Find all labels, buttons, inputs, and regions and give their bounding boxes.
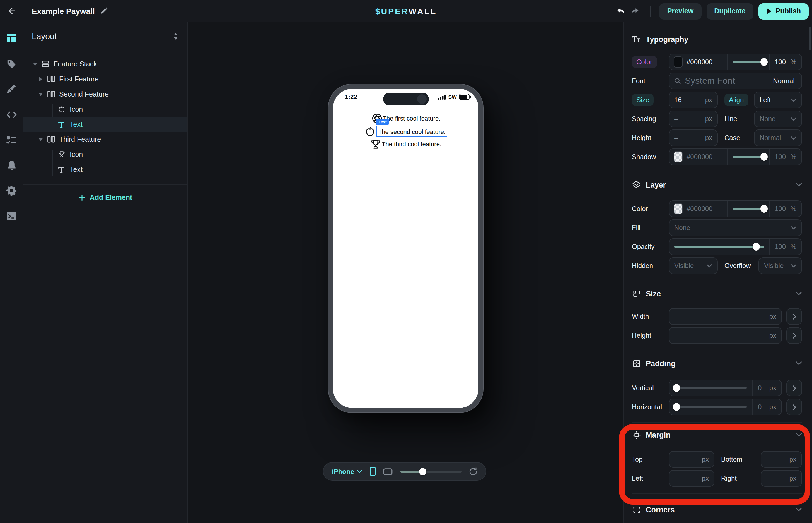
shadow-hex-value[interactable]: #000000 [686, 153, 713, 161]
overflow-select[interactable]: Visible [758, 257, 802, 274]
spacing-input[interactable]: – px [669, 110, 718, 127]
terminal-icon[interactable] [0, 203, 23, 229]
shadow-hex-field[interactable]: #000000 [669, 149, 727, 165]
device-selector[interactable]: iPhone [332, 467, 362, 475]
align-select[interactable]: Left [754, 92, 802, 108]
landscape-orientation-icon[interactable] [383, 468, 393, 475]
paywall-preview-screen[interactable]: 1:22 SW The first cool feature. [333, 89, 478, 408]
align-chip-label[interactable]: Align [724, 94, 748, 106]
tree-item-icon[interactable]: Icon [23, 102, 187, 117]
vertical-padding-value[interactable]: 0 px [752, 380, 781, 396]
height-input[interactable]: – px [669, 327, 782, 344]
margin-bottom-input[interactable]: – px [761, 451, 802, 468]
shadow-opacity-value[interactable]: 100 % [769, 149, 801, 165]
layout-icon[interactable] [0, 26, 23, 51]
margin-right-input[interactable]: – px [761, 470, 802, 487]
margin-left-input[interactable]: – px [669, 470, 714, 487]
inspector-scrollbar[interactable] [809, 27, 811, 50]
height-input[interactable]: – px [669, 129, 718, 146]
font-weight-select[interactable]: Normal [766, 73, 801, 89]
slider-thumb[interactable] [673, 403, 680, 411]
bell-icon[interactable] [0, 153, 23, 178]
slider-thumb[interactable] [760, 58, 768, 66]
shadow-opacity-slider[interactable] [727, 149, 769, 165]
size-chip-label[interactable]: Size [632, 94, 654, 106]
color-opacity-value[interactable]: 100 % [769, 54, 801, 70]
publish-button[interactable]: Publish [758, 3, 809, 19]
layer-color-opacity-slider[interactable] [727, 201, 769, 217]
fill-select[interactable]: None [669, 219, 802, 236]
line-select[interactable]: None [754, 110, 802, 127]
color-chip-label[interactable]: Color [632, 56, 657, 68]
selection-outline[interactable]: Text The second cool feature. [376, 126, 447, 137]
width-expand-button[interactable] [786, 308, 802, 325]
color-opacity-slider[interactable] [727, 54, 769, 70]
vertical-padding-expand-button[interactable] [786, 380, 802, 396]
tree-item-feature-stack[interactable]: Feature Stack [23, 56, 187, 71]
layer-color-hex-value[interactable]: #000000 [686, 205, 713, 213]
code-icon[interactable] [0, 102, 23, 127]
tree-item-first-feature[interactable]: First Feature [23, 71, 187, 87]
undo-icon[interactable] [617, 7, 626, 15]
color-hex-field[interactable]: #000000 [669, 54, 727, 70]
portrait-orientation-icon[interactable] [370, 467, 376, 476]
chevron-down-icon[interactable] [796, 507, 802, 512]
tree-item-third-feature[interactable]: Third Feature [23, 132, 187, 147]
slider-thumb[interactable] [752, 243, 760, 251]
tree-item-text[interactable]: Text [23, 162, 187, 177]
caret-down-icon[interactable] [32, 62, 38, 66]
preview-button[interactable]: Preview [659, 3, 702, 19]
sort-icon[interactable] [172, 32, 179, 40]
tree-item-icon[interactable]: Icon [23, 147, 187, 162]
back-button[interactable] [0, 0, 23, 22]
opacity-value[interactable]: 100 % [769, 239, 801, 254]
caret-right-icon[interactable] [38, 77, 43, 81]
layer-color-opacity-value[interactable]: 100 % [769, 201, 801, 217]
case-select[interactable]: Normal [754, 129, 802, 146]
caret-down-icon[interactable] [38, 138, 43, 141]
tree-item-text-selected[interactable]: Text [23, 117, 187, 132]
shadow-swatch[interactable] [674, 151, 683, 162]
slider-thumb[interactable] [673, 384, 680, 392]
chevron-down-icon[interactable] [796, 182, 802, 187]
feature-text[interactable]: The first cool feature. [383, 115, 440, 122]
horizontal-padding-expand-button[interactable] [786, 398, 802, 415]
layer-color-swatch[interactable] [674, 203, 683, 214]
tag-icon[interactable] [0, 51, 23, 76]
redo-icon[interactable] [630, 7, 640, 15]
zoom-slider[interactable] [400, 470, 462, 472]
caret-down-icon[interactable] [38, 92, 43, 96]
refresh-icon[interactable] [469, 467, 477, 475]
opacity-slider[interactable] [669, 239, 769, 254]
tree-item-label: First Feature [59, 75, 99, 83]
vertical-padding-slider[interactable] [669, 380, 752, 396]
feature-row-selected[interactable]: Text The second cool feature. [364, 125, 447, 137]
checklist-icon[interactable] [0, 127, 23, 153]
horizontal-padding-slider[interactable] [669, 399, 752, 415]
tree-item-second-feature[interactable]: Second Feature [23, 87, 187, 102]
edit-pencil-icon[interactable] [100, 7, 108, 15]
slider-thumb[interactable] [760, 205, 768, 213]
layer-color-hex-field[interactable]: #000000 [669, 201, 727, 217]
hidden-select[interactable]: Visible [669, 257, 718, 274]
chevron-down-icon[interactable] [796, 433, 802, 437]
zoom-slider-thumb[interactable] [419, 468, 426, 475]
margin-top-input[interactable]: – px [669, 451, 714, 468]
width-input[interactable]: – px [669, 308, 782, 325]
feature-row[interactable]: The third cool feature. [370, 138, 441, 150]
add-element-button[interactable]: Add Element [23, 185, 187, 211]
color-hex-value[interactable]: #000000 [686, 58, 713, 66]
gear-icon[interactable] [0, 178, 23, 203]
chevron-down-icon[interactable] [796, 291, 802, 296]
slider-thumb[interactable] [760, 153, 768, 161]
font-size-input[interactable]: 16 px [669, 92, 718, 108]
color-swatch[interactable] [674, 56, 683, 68]
feature-text[interactable]: The second cool feature. [378, 128, 446, 135]
chevron-down-icon[interactable] [796, 361, 802, 366]
horizontal-padding-value[interactable]: 0 px [752, 399, 781, 415]
height-expand-button[interactable] [786, 327, 802, 344]
feature-text[interactable]: The third cool feature. [382, 141, 441, 147]
font-search-input[interactable]: System Font [669, 73, 766, 89]
duplicate-button[interactable]: Duplicate [706, 3, 753, 19]
brush-icon[interactable] [0, 76, 23, 102]
